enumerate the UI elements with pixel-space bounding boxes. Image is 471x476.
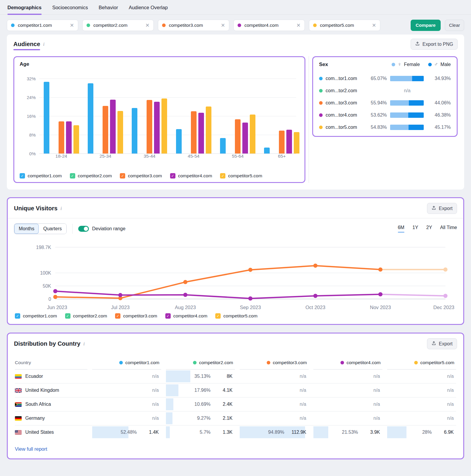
competitor-column-header: competitor3.com bbox=[240, 356, 309, 369]
age-bar bbox=[66, 121, 72, 154]
age-bar bbox=[147, 100, 152, 154]
checkbox-checked-icon[interactable]: ✓ bbox=[70, 173, 75, 178]
close-icon[interactable]: ✕ bbox=[221, 23, 225, 28]
deviation-range-toggle[interactable] bbox=[78, 226, 89, 232]
male-percent: 46.38% bbox=[427, 112, 451, 118]
country-cell: United Kingdom bbox=[15, 384, 87, 397]
grid-line bbox=[39, 154, 296, 154]
sex-legend: ♀ Female ♂ Male bbox=[392, 61, 451, 68]
cell-percent: 52.48% bbox=[121, 430, 137, 435]
tab-demographics[interactable]: Demographics bbox=[7, 5, 42, 14]
value-cell: 5.7%1.3K bbox=[166, 425, 235, 439]
country-name: Ecuador bbox=[25, 374, 43, 379]
sex-title: Sex bbox=[319, 62, 328, 68]
checkbox-checked-icon[interactable]: ✓ bbox=[15, 313, 20, 319]
competitor-column-header: competitor1.com bbox=[92, 356, 161, 369]
legend-checkbox-item[interactable]: ✓competitor4.com bbox=[165, 313, 208, 319]
vertical-divider bbox=[309, 56, 309, 183]
cell-na: n/a bbox=[152, 416, 159, 421]
export-to-png-button[interactable]: Export to PNG bbox=[411, 39, 458, 50]
legend-checkbox-item[interactable]: ✓competitor1.com bbox=[15, 313, 57, 319]
legend-checkbox-item[interactable]: ✓competitor4.com bbox=[170, 173, 212, 178]
checkbox-checked-icon[interactable]: ✓ bbox=[215, 313, 221, 319]
legend-checkbox-item[interactable]: ✓competitor5.com bbox=[215, 313, 258, 319]
age-title: Age bbox=[20, 61, 299, 67]
value-cell: n/a bbox=[387, 397, 456, 411]
close-icon[interactable]: ✕ bbox=[296, 23, 301, 28]
competitor-chip[interactable]: competitor4.com✕ bbox=[233, 20, 305, 31]
cell-value: 2.1K bbox=[211, 416, 233, 421]
x-axis-label: 25-34 bbox=[100, 154, 112, 159]
tab-behavior[interactable]: Behavior bbox=[99, 5, 118, 14]
data-point bbox=[313, 294, 318, 298]
checkbox-checked-icon[interactable]: ✓ bbox=[220, 173, 225, 178]
unique-visitors-line-chart: 198.7K100K50K0Jun 2023Jul 2023Aug 2023Se… bbox=[8, 236, 463, 313]
range-1y[interactable]: 1Y bbox=[412, 225, 418, 233]
close-icon[interactable]: ✕ bbox=[372, 23, 376, 28]
legend-checkbox-item[interactable]: ✓competitor3.com bbox=[120, 173, 162, 178]
legend-checkbox-item[interactable]: ✓competitor1.com bbox=[20, 173, 62, 178]
granularity-quarters[interactable]: Quarters bbox=[39, 224, 66, 234]
country-export-button[interactable]: Export bbox=[427, 338, 457, 349]
cell-values: 5.7%1.3K bbox=[166, 425, 235, 439]
checkbox-checked-icon[interactable]: ✓ bbox=[115, 313, 120, 319]
view-full-report-link[interactable]: View full report bbox=[15, 446, 47, 452]
checkbox-checked-icon[interactable]: ✓ bbox=[20, 173, 25, 178]
legend-label: competitor1.com bbox=[28, 173, 62, 178]
age-bar bbox=[250, 115, 255, 154]
legend-checkbox-item[interactable]: ✓competitor2.com bbox=[65, 313, 107, 319]
checkbox-checked-icon[interactable]: ✓ bbox=[120, 173, 125, 178]
male-bar-segment bbox=[409, 100, 424, 106]
tab-audience-overlap[interactable]: Audience Overlap bbox=[129, 5, 168, 14]
cell-percent: 5.7% bbox=[200, 430, 211, 435]
male-percent: 45.17% bbox=[427, 125, 451, 130]
legend-checkbox-item[interactable]: ✓competitor3.com bbox=[115, 313, 157, 319]
country-table: Countrycompetitor1.comcompetitor2.comcom… bbox=[15, 356, 456, 439]
x-axis-label: Nov 2023 bbox=[370, 305, 391, 310]
y-axis-label: 32% bbox=[20, 76, 36, 81]
x-axis-label: Jul 2023 bbox=[111, 305, 129, 310]
cell-values: n/a bbox=[240, 369, 309, 383]
range-6m[interactable]: 6M bbox=[398, 225, 404, 233]
legend-label: competitor3.com bbox=[128, 173, 162, 178]
cell-na: n/a bbox=[373, 388, 380, 393]
info-icon[interactable]: i bbox=[43, 41, 45, 47]
checkbox-checked-icon[interactable]: ✓ bbox=[165, 313, 171, 319]
compare-button[interactable]: Compare bbox=[411, 20, 441, 31]
female-bar-segment bbox=[390, 76, 412, 81]
competitor-chip-label: competitor2.com bbox=[93, 23, 128, 28]
info-icon[interactable]: i bbox=[60, 206, 62, 212]
checkbox-checked-icon[interactable]: ✓ bbox=[65, 313, 70, 319]
clear-button[interactable]: Clear bbox=[445, 20, 464, 31]
legend-checkbox-item[interactable]: ✓competitor5.com bbox=[220, 173, 262, 178]
uv-export-button[interactable]: Export bbox=[427, 203, 457, 214]
legend-checkbox-item[interactable]: ✓competitor2.com bbox=[70, 173, 112, 178]
cell-percent: 94.89% bbox=[268, 430, 284, 435]
range-2y[interactable]: 2Y bbox=[426, 225, 432, 233]
cell-na: n/a bbox=[447, 388, 454, 393]
cell-values: n/a bbox=[313, 397, 382, 411]
age-bar bbox=[88, 83, 93, 154]
close-icon[interactable]: ✕ bbox=[145, 23, 150, 28]
cell-values: n/a bbox=[387, 397, 456, 411]
sex-row: com...tor2.comn/a bbox=[319, 88, 451, 93]
age-bar bbox=[44, 82, 49, 154]
value-cell: n/a bbox=[240, 397, 309, 411]
tab-socioeconomics[interactable]: Socioeconomics bbox=[52, 5, 88, 14]
competitor-chip[interactable]: competitor5.com✕ bbox=[309, 20, 380, 31]
granularity-months[interactable]: Months bbox=[14, 224, 39, 234]
competitor-chip[interactable]: competitor3.com✕ bbox=[158, 20, 229, 31]
competitor-chip[interactable]: competitor1.com✕ bbox=[7, 20, 78, 31]
us-flag-icon bbox=[15, 430, 22, 435]
data-point bbox=[443, 294, 448, 298]
top-nav: DemographicsSocioeconomicsBehaviorAudien… bbox=[0, 0, 471, 15]
competitor-chip[interactable]: competitor2.com✕ bbox=[82, 20, 154, 31]
checkbox-checked-icon[interactable]: ✓ bbox=[170, 173, 175, 178]
close-icon[interactable]: ✕ bbox=[70, 23, 74, 28]
age-bar bbox=[294, 132, 299, 154]
legend-label: competitor4.com bbox=[178, 173, 212, 178]
value-cell: n/a bbox=[240, 411, 309, 425]
range-all-time[interactable]: All Time bbox=[440, 225, 457, 233]
data-point bbox=[248, 296, 252, 300]
info-icon[interactable]: i bbox=[83, 341, 85, 347]
